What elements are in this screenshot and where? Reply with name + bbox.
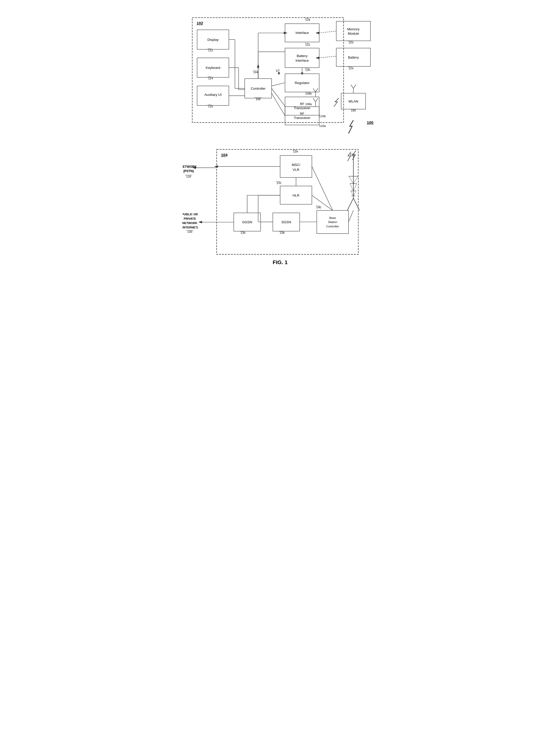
msc-vlr-ref: 134: [293, 150, 298, 153]
regulator-label: Regulator: [295, 81, 309, 85]
public-private-ref: 130: [187, 230, 192, 233]
ref104-label: 104: [221, 153, 228, 157]
svg-line-85: [353, 184, 357, 191]
sgsn-label: SGSN: [281, 220, 291, 224]
svg-line-33: [351, 85, 353, 88]
regulator-ref: 126: [305, 68, 310, 72]
battery-interface-label2: Interface: [295, 59, 309, 62]
rf-transceiver-a-label2: Transceiver: [294, 116, 310, 120]
rf-transceiver-a-label: RF: [300, 112, 304, 116]
fig-label: FIG. 1: [273, 259, 287, 265]
keyboard-ref: 114: [208, 77, 213, 80]
rf-transceiver-a-ref2: 110a: [319, 124, 326, 127]
controller-ref2-label: 144: [253, 70, 258, 74]
public-private-label4: (INTERNET): [182, 226, 198, 229]
battery-ref: 124: [348, 67, 353, 70]
network-pstn-label2: (PSTN): [183, 169, 194, 173]
svg-line-44: [272, 93, 285, 116]
svg-line-34: [353, 85, 356, 88]
svg-line-104: [348, 210, 353, 222]
controller-label: Controller: [251, 86, 265, 90]
svg-line-24: [313, 88, 316, 92]
network-pstn-ref: 128: [186, 175, 191, 178]
wlan-ref: 190: [351, 109, 356, 112]
ref102-label: 102: [197, 21, 203, 25]
svg-line-100: [312, 166, 333, 210]
svg-line-84: [350, 184, 353, 191]
svg-line-54: [319, 56, 336, 58]
svg-line-76: [347, 198, 353, 211]
memory-module-label2: Module: [348, 32, 359, 36]
rf-transceiver-a-ref1: 108a: [305, 102, 312, 106]
svg-rect-62: [217, 149, 358, 255]
msc-vlr-label2: VLR: [293, 168, 299, 171]
svg-line-82: [348, 176, 353, 184]
public-private-label: PUBLIC OR: [182, 213, 198, 216]
battery-label: Battery: [348, 56, 359, 59]
bsc-ref: 140: [316, 206, 321, 209]
interface-ref: 118: [305, 18, 310, 21]
sgsn-ref: 138: [280, 231, 284, 234]
rf-transceiver-b-ref1: 108b: [305, 92, 312, 95]
svg-line-43: [272, 88, 285, 106]
hlr-label: HLR: [293, 194, 299, 197]
svg-marker-95: [214, 165, 218, 168]
svg-line-83: [353, 176, 358, 184]
ggsn-label: GGSN: [242, 220, 252, 224]
page-container: 102 Display 112 Keyboard 114 Auxiliary U…: [177, 5, 383, 273]
svg-line-25: [315, 88, 318, 92]
svg-line-87: [353, 191, 356, 196]
display-label: Display: [207, 38, 218, 42]
battery-interface-label: Battery: [297, 54, 307, 58]
svg-marker-60: [284, 32, 287, 35]
svg-line-101: [312, 195, 333, 210]
svg-line-61: [272, 83, 285, 86]
bsc-label: Base: [329, 216, 336, 219]
svg-marker-93: [198, 221, 202, 224]
battery-interface-ref: 122: [305, 43, 310, 46]
svg-line-28: [313, 98, 316, 102]
svg-line-29: [315, 98, 318, 102]
svg-rect-0: [192, 18, 344, 123]
public-private-label3: NETWORK: [182, 222, 198, 225]
bsc-label3: Controller: [326, 225, 339, 228]
memory-module-label: Memory: [347, 27, 359, 31]
auxiliary-ui-ref: 116: [208, 105, 213, 108]
ref100-label: 100: [367, 120, 373, 125]
svg-marker-55: [315, 57, 319, 59]
main-diagram: 102 Display 112 Keyboard 114 Auxiliary U…: [182, 10, 378, 267]
display-ref: 112: [208, 49, 213, 52]
keyboard-label: Keyboard: [206, 66, 220, 69]
svg-line-52: [319, 31, 336, 33]
svg-marker-51: [278, 73, 280, 75]
interface-label: Interface: [295, 31, 309, 35]
controller-ref: 106: [256, 98, 260, 101]
msc-vlr-label: MSC/: [292, 163, 300, 167]
svg-line-86: [351, 191, 353, 196]
memory-module-ref: 120: [348, 41, 353, 44]
svg-line-77: [353, 198, 360, 211]
tower-ref: 142: [350, 154, 355, 157]
public-private-label2: PRIVATE: [183, 217, 196, 220]
diagram-area: 102 Display 112 Keyboard 114 Auxiliary U…: [182, 10, 378, 268]
ggsn-ref: 136: [241, 231, 245, 234]
auxiliary-ui-label: Auxiliary UI: [204, 93, 222, 97]
hlr-ref: 132: [276, 181, 281, 184]
svg-marker-53: [315, 32, 319, 35]
v-label: V: [276, 69, 278, 73]
bsc-label2: Station: [328, 220, 337, 224]
rf-transceiver-b-ref2: 110b: [319, 115, 326, 118]
wlan-label: WLAN: [348, 99, 358, 103]
rf-transceiver-b-label: RF: [300, 102, 304, 106]
